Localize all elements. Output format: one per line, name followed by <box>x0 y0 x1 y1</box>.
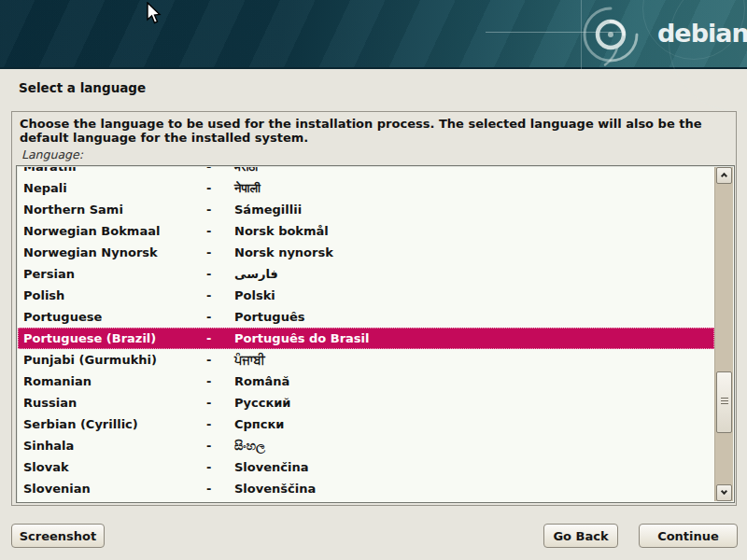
language-native-name: Norsk nynorsk <box>234 245 714 259</box>
language-english-name: Slovenian <box>23 482 206 496</box>
language-english-name: Polish <box>23 288 206 302</box>
language-separator: - <box>206 167 234 174</box>
language-english-name: Portuguese <box>23 310 206 324</box>
language-list-item[interactable]: Punjabi (Gurmukhi) - ਪੰਜਾਬੀ <box>18 349 714 371</box>
screenshot-button[interactable]: Screenshot <box>11 524 105 548</box>
language-english-name: Portuguese (Brazil) <box>23 331 206 345</box>
brand-name: debian <box>657 19 747 48</box>
language-list-item[interactable]: Polish - Polski <box>18 285 714 306</box>
language-list-item[interactable]: Slovenian - Slovenščina <box>18 478 714 499</box>
language-separator: - <box>206 482 234 496</box>
language-rows: Marathi - मराठी Nepali - नेपाली Northern… <box>18 167 714 501</box>
brand-wordmark: debian8 <box>657 19 747 48</box>
language-english-name: Norwegian Nynorsk <box>23 245 206 259</box>
page-title: Select a language <box>19 80 146 95</box>
language-native-name: Slovenčina <box>234 460 714 474</box>
language-native-name: සිංහල <box>234 439 714 454</box>
language-native-name: Sámegillii <box>234 203 714 217</box>
continue-button[interactable]: Continue <box>639 524 738 548</box>
language-native-name: Polski <box>234 288 714 302</box>
language-separator: - <box>206 353 234 367</box>
language-listbox: Marathi - मराठी Nepali - नेपाली Northern… <box>16 165 735 503</box>
language-english-name: Slovak <box>23 460 206 474</box>
language-english-name: Romanian <box>23 374 206 388</box>
language-separator: - <box>206 439 234 453</box>
language-native-name: ਪੰਜਾਬੀ <box>234 353 714 368</box>
language-native-name: मराठी <box>234 167 714 175</box>
go-back-button[interactable]: Go Back <box>543 524 618 548</box>
language-english-name: Northern Sami <box>23 203 206 217</box>
chevron-down-icon <box>721 488 727 495</box>
language-separator: - <box>206 374 234 388</box>
language-native-name: Русский <box>234 396 714 410</box>
debian-swirl-logo <box>558 0 655 69</box>
language-native-name: Română <box>234 374 714 388</box>
installer-banner: debian8 <box>0 0 747 69</box>
language-list-item[interactable]: Persian - فارسی <box>18 263 714 285</box>
language-english-name: Marathi <box>23 167 206 174</box>
language-list-item[interactable]: Portuguese (Brazil) - Português do Brasi… <box>18 328 714 349</box>
language-separator: - <box>206 288 234 302</box>
language-english-name: Norwegian Bokmaal <box>23 224 206 238</box>
banner-decor-circle <box>669 0 747 112</box>
language-native-name: Српски <box>234 417 714 431</box>
language-separator: - <box>206 267 234 281</box>
language-list-item[interactable]: Norwegian Bokmaal - Norsk bokmål <box>18 220 714 242</box>
language-separator: - <box>206 224 234 238</box>
scrollbar-thumb[interactable] <box>716 371 732 433</box>
vertical-scrollbar[interactable] <box>714 167 733 501</box>
language-list-item[interactable]: Northern Sami - Sámegillii <box>18 199 714 220</box>
language-separator: - <box>206 331 234 345</box>
language-field-label: Language: <box>21 147 83 161</box>
content-frame: Choose the language to be used for the i… <box>11 111 737 506</box>
language-english-name: Serbian (Cyrillic) <box>23 417 206 431</box>
language-separator: - <box>206 310 234 324</box>
language-native-name: नेपाली <box>234 181 714 196</box>
language-native-name: Português do Brasil <box>234 331 714 345</box>
language-separator: - <box>206 460 234 474</box>
language-native-name: Norsk bokmål <box>234 224 714 238</box>
language-list-item[interactable]: Slovak - Slovenčina <box>18 456 714 478</box>
language-english-name: Sinhala <box>23 439 206 453</box>
language-list-item[interactable]: Serbian (Cyrillic) - Српски <box>18 413 714 435</box>
instruction-text: Choose the language to be used for the i… <box>20 117 727 145</box>
chevron-up-icon <box>721 173 727 179</box>
language-list-item[interactable]: Russian - Русский <box>18 392 714 413</box>
scroll-up-button[interactable] <box>716 167 732 184</box>
mouse-cursor-icon <box>147 2 163 26</box>
language-list-item[interactable]: Portuguese - Português <box>18 306 714 328</box>
language-list-item[interactable]: Romanian - Română <box>18 371 714 392</box>
language-english-name: Punjabi (Gurmukhi) <box>23 353 206 367</box>
language-separator: - <box>206 203 234 217</box>
language-separator: - <box>206 417 234 431</box>
language-native-name: Slovenščina <box>234 482 714 496</box>
language-english-name: Russian <box>23 396 206 410</box>
language-separator: - <box>206 396 234 410</box>
language-list-item[interactable]: Sinhala - සිංහල <box>18 435 714 456</box>
language-english-name: Nepali <box>23 181 206 195</box>
language-separator: - <box>206 181 234 195</box>
language-list-item[interactable]: Nepali - नेपाली <box>18 177 714 199</box>
scrollbar-grip-icon <box>721 398 728 406</box>
language-native-name: فارسی <box>234 267 714 281</box>
language-separator: - <box>206 245 234 259</box>
language-english-name: Persian <box>23 267 206 281</box>
language-list-item[interactable]: Marathi - मराठी <box>18 167 714 177</box>
language-native-name: Português <box>234 310 714 324</box>
scroll-down-button[interactable] <box>716 484 732 501</box>
language-list-item[interactable]: Norwegian Nynorsk - Norsk nynorsk <box>18 242 714 263</box>
